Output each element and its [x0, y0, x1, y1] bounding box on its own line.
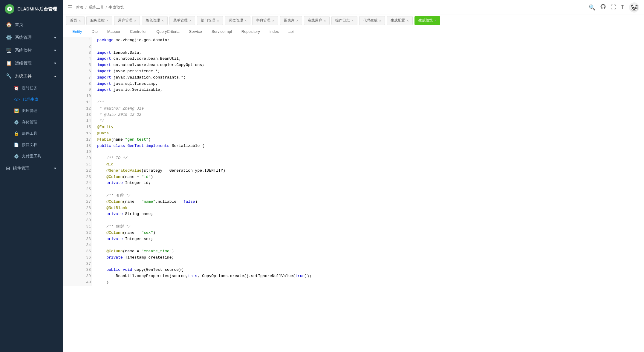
sidebar-item-tools[interactable]: 🔧 系统工具 ▲ [0, 70, 63, 82]
sidebar-item-codegen[interactable]: </> 代码生成 [0, 94, 63, 105]
tab-close-icon[interactable]: × [296, 19, 298, 22]
code-line-content: import javax.persistence.*; [92, 68, 644, 75]
menu-toggle-icon[interactable]: ☰ [68, 4, 72, 11]
code-line-23: 23 @Column(name = "id") [63, 174, 644, 180]
line-number: 29 [63, 211, 92, 217]
tab-item-角色管理[interactable]: 角色管理× [142, 16, 167, 25]
code-tab-dto[interactable]: Dto [87, 26, 103, 37]
sidebar-item-ops[interactable]: 📋 运维管理 ▼ [0, 57, 63, 70]
chevron-up-icon: ▲ [53, 74, 57, 78]
sidebar-item-monitor[interactable]: 🖥️ 系统监控 ▼ [0, 44, 63, 57]
sidebar-subitem-scheduled-label: 定时任务 [22, 85, 37, 91]
tab-label: 角色管理 [146, 18, 160, 23]
code-line-28: 28 @NotBlank [63, 205, 644, 211]
line-number: 33 [63, 236, 92, 242]
tab-label: 在线用户 [308, 18, 322, 23]
code-line-content: @Data [92, 130, 644, 137]
code-tab-serviceimpl[interactable]: ServiceImpl [207, 26, 237, 37]
tab-item-在线用户[interactable]: 在线用户× [304, 16, 330, 25]
code-tab-controller[interactable]: Controller [125, 26, 152, 37]
alipay-icon: ⚙️ [14, 154, 19, 159]
breadcrumb-home[interactable]: 首页 [76, 5, 84, 10]
code-line-1: 1package me.zhengjie.gen.domain; [63, 37, 644, 44]
tab-close-icon[interactable]: × [379, 19, 381, 22]
line-number: 4 [63, 56, 92, 62]
line-number: 21 [63, 162, 92, 168]
sidebar-logo[interactable]: ELADMIN-后台管理 [0, 0, 63, 18]
tab-close-icon[interactable]: × [189, 19, 191, 22]
sidebar-item-alipay[interactable]: ⚙️ 支付宝工具 [0, 150, 63, 162]
tab-item-操作日志[interactable]: 操作日志× [331, 16, 357, 25]
tab-close-icon[interactable]: × [79, 19, 81, 22]
code-tab-entity[interactable]: Entity [68, 26, 87, 37]
sidebar-subitem-imgbed-label: 图床管理 [22, 108, 37, 113]
sidebar-item-storage[interactable]: ⚙️ 存储管理 [0, 116, 63, 128]
tab-close-icon[interactable]: × [435, 19, 436, 22]
tab-close-icon[interactable]: × [134, 19, 136, 22]
tab-item-服务监控[interactable]: 服务监控× [86, 16, 112, 25]
code-tab-api[interactable]: api [284, 26, 298, 37]
line-number: 7 [63, 75, 92, 81]
sidebar-subitem-storage-label: 存储管理 [22, 119, 37, 125]
tab-close-icon[interactable]: × [245, 19, 247, 22]
sidebar-item-components[interactable]: ⊞ 组件管理 ▼ [0, 162, 63, 175]
search-icon[interactable]: 🔍 [589, 4, 595, 11]
code-viewer[interactable]: 1package me.zhengjie.gen.domain;23import… [63, 37, 644, 352]
tab-close-icon[interactable]: × [106, 19, 108, 22]
tab-item-代码生成[interactable]: 代码生成× [359, 16, 385, 25]
tab-item-部门管理[interactable]: 部门管理× [197, 16, 223, 25]
sidebar-subitem-apidoc-label: 接口文档 [22, 142, 37, 147]
code-tab-mapper[interactable]: Mapper [103, 26, 125, 37]
line-number: 9 [63, 87, 92, 93]
code-line-content: @Column(name = "create_time") [92, 248, 644, 255]
code-area: EntityDtoMapperControllerQueryCriteriaSe… [63, 26, 644, 352]
image-icon: 🖼️ [14, 108, 19, 113]
code-line-25: 25 [63, 186, 644, 193]
code-tab-service[interactable]: Service [184, 26, 206, 37]
code-tab-repository[interactable]: Repository [237, 26, 265, 37]
code-line-content: /** 名称 */ [92, 193, 644, 199]
sidebar-item-ops-label: 运维管理 [15, 61, 32, 66]
tab-close-icon[interactable]: × [324, 19, 326, 22]
tab-label: 操作日志 [335, 18, 350, 23]
tab-close-icon[interactable]: × [351, 19, 353, 22]
code-tab-index[interactable]: index [265, 26, 284, 37]
tab-item-字典管理[interactable]: 字典管理× [252, 16, 278, 25]
sidebar-item-scheduled[interactable]: ⏰ 定时任务 [0, 82, 63, 94]
avatar[interactable]: 🐼 [629, 2, 639, 13]
sidebar-item-email[interactable]: 🔒 邮件工具 [0, 128, 63, 139]
breadcrumb-tools[interactable]: 系统工具 [88, 5, 104, 10]
code-line-11: 11/** [63, 99, 644, 106]
code-line-40: 40 } [63, 279, 644, 286]
github-icon[interactable] [600, 4, 606, 11]
tab-label: 首页 [70, 18, 77, 23]
tab-item-岗位管理[interactable]: 岗位管理× [225, 16, 250, 25]
code-tab-querycriteria[interactable]: QueryCriteria [152, 26, 184, 37]
sidebar-item-imgbed[interactable]: 🖼️ 图床管理 [0, 105, 63, 116]
tab-item-图表库[interactable]: 图表库× [280, 16, 302, 25]
tab-close-icon[interactable]: × [162, 19, 163, 22]
doc-icon: 📄 [14, 142, 19, 147]
sidebar-item-home[interactable]: 🏠 首页 [0, 18, 63, 31]
code-line-29: 29 private String name; [63, 211, 644, 217]
tab-item-用户管理[interactable]: 用户管理× [114, 16, 140, 25]
tab-close-icon[interactable]: × [217, 19, 219, 22]
tab-close-icon[interactable]: × [407, 19, 409, 22]
code-line-content: BeanUtil.copyProperties(source,this, Cop… [92, 273, 644, 279]
tab-item-生成配置[interactable]: 生成配置× [387, 16, 412, 25]
code-line-12: 12 * @author Zheng Jie [63, 106, 644, 112]
breadcrumb-preview[interactable]: 生成预览 [108, 5, 124, 10]
tab-close-icon[interactable]: × [272, 19, 274, 22]
code-line-content: import java.sql.Timestamp; [92, 81, 644, 87]
tab-item-首页[interactable]: 首页× [66, 16, 85, 25]
code-line-content: public class GenTest implements Serializ… [92, 143, 644, 149]
tab-item-菜单管理[interactable]: 菜单管理× [169, 16, 195, 25]
code-line-18: 18public class GenTest implements Serial… [63, 143, 644, 149]
font-icon[interactable]: T [621, 4, 624, 10]
code-line-31: 31 /** 性别 */ [63, 224, 644, 230]
code-line-4: 4import cn.hutool.core.bean.BeanUtil; [63, 56, 644, 62]
fullscreen-icon[interactable]: ⛶ [611, 4, 616, 10]
sidebar-item-system[interactable]: ⚙️ 系统管理 ▼ [0, 31, 63, 44]
sidebar-item-apidoc[interactable]: 📄 接口文档 [0, 139, 63, 150]
tab-item-生成预览[interactable]: 生成预览× [414, 16, 440, 25]
